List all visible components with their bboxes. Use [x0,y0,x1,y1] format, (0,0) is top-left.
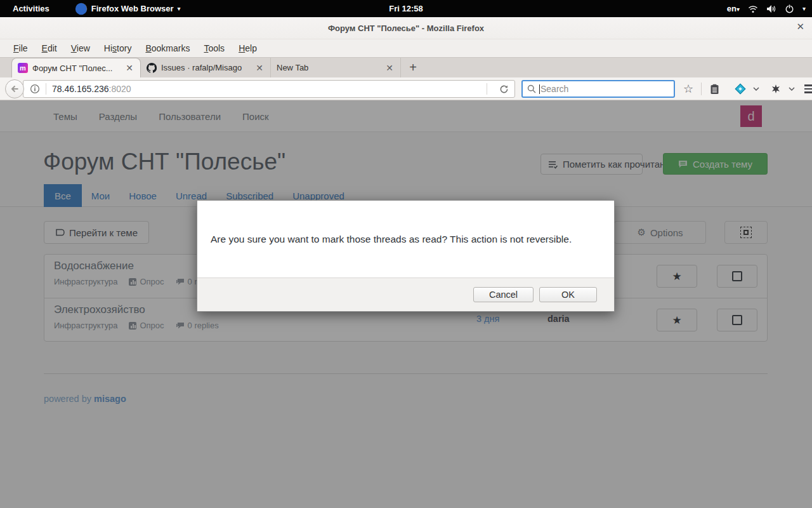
url-text: 78.46.165.236:8020 [52,84,481,94]
toolbar-separator [701,83,702,95]
site-info-icon[interactable] [30,84,40,94]
reload-button[interactable] [493,81,514,97]
toolbar-icons: ☆ [681,77,812,100]
language-indicator[interactable]: en▾ [727,4,740,13]
navigation-toolbar: 78.46.165.236:8020 Search ☆ [0,77,812,100]
ok-button[interactable]: OK [539,287,597,302]
misago-favicon: m [18,63,28,73]
menu-help[interactable]: Help [232,43,264,53]
browser-viewport: Темы Разделы Пользователи Поиск d Форум … [0,100,812,508]
back-arrow-icon [10,84,20,94]
bookmarks-library-icon[interactable] [707,81,721,97]
extension-target-dropdown-icon[interactable] [753,87,759,91]
wifi-icon[interactable] [748,4,758,13]
back-button[interactable] [5,79,24,98]
menubar: File Edit View History Bookmarks Tools H… [0,39,812,57]
extension-pinwheel-icon[interactable] [769,81,783,97]
tab-new-label: New Tab [277,63,380,72]
github-favicon [147,63,157,73]
menu-view[interactable]: View [64,43,97,53]
menu-hamburger-icon[interactable] [804,84,812,93]
text-caret [539,84,540,94]
url-bar[interactable]: 78.46.165.236:8020 [23,80,515,98]
dialog-footer: Cancel OK [197,277,614,311]
menu-history[interactable]: History [97,43,139,53]
menu-file[interactable]: File [6,43,35,53]
tab-close-icon[interactable]: ✕ [124,63,134,73]
extension-target-icon[interactable] [733,81,747,97]
window-close-icon[interactable]: ✕ [796,22,804,31]
tab-close-icon[interactable]: ✕ [384,63,395,73]
bookmark-star-icon[interactable]: ☆ [681,81,695,97]
extension-pinwheel-dropdown-icon[interactable] [789,87,795,91]
menu-tools[interactable]: Tools [197,43,232,53]
search-icon [527,84,537,94]
volume-icon[interactable] [766,4,776,13]
app-menu-caret-icon: ▾ [178,5,181,12]
dialog-message: Are you sure you want to mark those thre… [197,201,614,277]
window-titlebar: Форум СНТ "Полесье" - Mozilla Firefox ✕ [0,17,812,39]
search-placeholder: Search [540,84,568,94]
tab-strip: m Форум СНТ "Полес... ✕ Issues · rafalp/… [0,57,812,77]
menu-bookmarks[interactable]: Bookmarks [138,43,197,53]
status-caret-icon[interactable]: ▾ [802,5,806,12]
tab-close-icon[interactable]: ✕ [254,63,265,73]
tab-forum-label: Форум СНТ "Полес... [32,64,120,73]
new-tab-button[interactable]: + [401,58,425,77]
screen: Activities Firefox Web Browser ▾ Fri 12:… [0,0,812,508]
confirm-dialog: Are you sure you want to mark those thre… [197,200,615,312]
system-top-bar: Activities Firefox Web Browser ▾ Fri 12:… [0,0,812,17]
app-menu-label: Firefox Web Browser [91,4,174,13]
url-separator [487,83,487,95]
tab-new[interactable]: New Tab ✕ [271,58,401,77]
tab-github-issues[interactable]: Issues · rafalp/Misago ✕ [141,58,271,77]
activities-button[interactable]: Activities [9,4,53,13]
cancel-button[interactable]: Cancel [473,287,534,302]
tab-github-label: Issues · rafalp/Misago [161,63,250,72]
menu-edit[interactable]: Edit [35,43,64,53]
window-title: Форум СНТ "Полесье" - Mozilla Firefox [328,23,484,33]
firefox-logo-icon [75,3,88,15]
power-icon[interactable] [785,4,794,13]
url-separator [46,83,46,95]
search-input[interactable]: Search [521,80,675,98]
tab-forum[interactable]: m Форум СНТ "Полес... ✕ [11,58,141,77]
system-status-area: en▾ [727,4,806,13]
app-menu-button[interactable]: Firefox Web Browser ▾ [75,3,181,15]
